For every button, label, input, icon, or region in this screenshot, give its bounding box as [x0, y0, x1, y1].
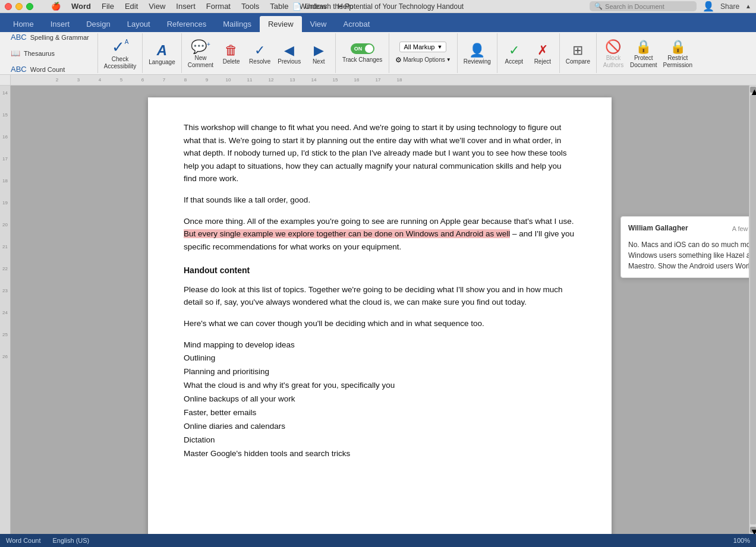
comment-time: A few seconds ago	[732, 224, 749, 235]
previous-button[interactable]: ◀ Previous	[275, 36, 303, 71]
edit-menu[interactable]: Edit	[125, 2, 138, 11]
ribbon: Home Insert Design Layout References Mai…	[0, 13, 756, 32]
table-menu[interactable]: Table	[270, 2, 288, 11]
check-accessibility-button[interactable]: ✓A CheckAccessibility	[102, 36, 138, 71]
handout-heading: Handout content	[184, 264, 576, 277]
reviewing-pane-group: 👤 Reviewing	[458, 33, 497, 73]
apple-menu[interactable]: 🍎	[51, 2, 61, 11]
review-toolbar: ABC Spelling & Grammar 📖 Thesaurus ABC W…	[0, 32, 756, 75]
markup-dropdown-arrow: ▼	[437, 44, 442, 50]
tab-mailings[interactable]: Mailings	[215, 16, 260, 32]
accept-label: Accept	[505, 58, 524, 65]
traffic-lights[interactable]	[5, 3, 33, 10]
accessibility-group: ✓A CheckAccessibility	[98, 33, 143, 73]
tab-references[interactable]: References	[159, 16, 215, 32]
track-changes-toggle[interactable]: ON	[351, 43, 374, 54]
fullscreen-button[interactable]	[26, 3, 33, 10]
compare-group: ⊞ Compare	[560, 33, 597, 73]
toggle-on-label: ON	[354, 46, 363, 52]
protect-icon: 🔒	[635, 40, 651, 53]
chevron-down-icon[interactable]: ▲	[745, 3, 751, 10]
markup-options-label: Markup Options	[403, 56, 445, 63]
scroll-thumb[interactable]	[750, 95, 756, 524]
next-button[interactable]: ▶ Next	[305, 36, 332, 71]
restrict-label: RestrictPermission	[663, 55, 692, 69]
ruler-corner	[0, 75, 11, 86]
scroll-down-arrow[interactable]: ▼	[750, 527, 756, 533]
new-comment-button[interactable]: 💬+ NewComment	[185, 36, 216, 71]
format-menu[interactable]: Format	[206, 2, 231, 11]
search-icon: 🔍	[594, 2, 603, 10]
reviewing-pane-button[interactable]: 👤 Reviewing	[461, 36, 493, 71]
markup-dropdown[interactable]: All Markup ▼	[399, 42, 446, 52]
file-menu[interactable]: File	[102, 2, 114, 11]
tab-review[interactable]: Review	[260, 16, 302, 32]
search-document-input[interactable]	[605, 3, 682, 10]
protect-document-button[interactable]: 🔒 ProtectDocument	[628, 36, 660, 71]
toggle-knob	[365, 45, 373, 53]
block-authors-label: BlockAuthors	[603, 55, 623, 69]
title-icon: 📄	[292, 2, 301, 11]
close-button[interactable]	[5, 3, 12, 10]
next-label: Next	[313, 58, 325, 65]
delete-comment-button[interactable]: 🗑 Delete	[218, 36, 244, 71]
user-icon[interactable]: 👤	[703, 1, 714, 12]
thesaurus-button[interactable]: 📖 Thesaurus	[6, 46, 59, 61]
ribbon-tabs: Home Insert Design Layout References Mai…	[0, 13, 756, 32]
list-item: Outlining	[184, 352, 576, 365]
compare-label: Compare	[566, 58, 590, 65]
markup-options-icon: ⚙	[395, 56, 402, 64]
scrollbar-right[interactable]: ▲ ▼	[749, 86, 756, 534]
list-items: Mind mapping to develop ideas Outlining …	[184, 339, 576, 461]
reject-label: Reject	[534, 58, 551, 65]
language-button[interactable]: A Language	[146, 36, 178, 71]
accept-button[interactable]: ✓ Accept	[501, 36, 527, 71]
tab-view[interactable]: View	[302, 16, 335, 32]
tools-menu[interactable]: Tools	[241, 2, 259, 11]
list-item: Online backups of all your work	[184, 393, 576, 406]
titlebar: 🍎 Word File Edit View Insert Format Tool…	[0, 0, 756, 13]
zoom-level[interactable]: 100%	[733, 537, 750, 544]
list-item: Online diaries and calendars	[184, 420, 576, 434]
share-button[interactable]: Share	[720, 2, 739, 11]
track-changes-group: ON Track Changes	[336, 33, 389, 73]
accessibility-label: CheckAccessibility	[104, 56, 136, 70]
block-authors-icon: 🚫	[605, 40, 621, 53]
accept-icon: ✓	[509, 44, 519, 57]
word-count-label: Word Count	[30, 66, 65, 73]
language-status[interactable]: English (US)	[53, 537, 90, 544]
resolve-comment-button[interactable]: ✓ Resolve	[247, 36, 273, 71]
compare-button[interactable]: ⊞ Compare	[563, 36, 593, 71]
paragraph-5: Here's what we can cover though you'll b…	[184, 317, 576, 330]
paragraph-3: Once more thing. All of the examples you…	[184, 215, 576, 254]
word-menu[interactable]: Word	[71, 2, 91, 11]
compare-icon: ⊞	[572, 44, 583, 57]
insert-menu[interactable]: Insert	[176, 2, 196, 11]
main-area: 14151617181920212223242526 This workshop…	[0, 86, 756, 534]
restrict-permissions-button[interactable]: 🔒 RestrictPermission	[661, 36, 695, 71]
thesaurus-icon: 📖	[11, 49, 20, 58]
scroll-up-arrow[interactable]: ▲	[750, 87, 756, 93]
word-count-status[interactable]: Word Count	[6, 537, 41, 544]
markup-options-button[interactable]: ⚙ Markup Options ▼	[393, 55, 453, 65]
markup-current: All Markup	[404, 43, 434, 50]
spelling-grammar-button[interactable]: ABC Spelling & Grammar	[6, 30, 94, 45]
list-item: Dictation	[184, 434, 576, 447]
markup-options-group: All Markup ▼ ⚙ Markup Options ▼	[389, 33, 458, 73]
view-menu[interactable]: View	[149, 2, 165, 11]
toggle-pill[interactable]: ON	[351, 43, 374, 54]
tab-layout[interactable]: Layout	[119, 16, 159, 32]
search-document-box[interactable]: 🔍	[590, 1, 697, 11]
tab-acrobat[interactable]: Acrobat	[335, 16, 378, 32]
comment-author: William Gallagher	[628, 223, 688, 234]
reject-button[interactable]: ✗ Reject	[530, 36, 556, 71]
delete-label: Delete	[223, 58, 240, 65]
paragraph-2: If that sounds like a tall order, good.	[184, 194, 576, 207]
language-label: Language	[149, 59, 175, 66]
block-authors-button[interactable]: 🚫 BlockAuthors	[600, 36, 626, 71]
resolve-label: Resolve	[249, 58, 270, 65]
word-count-icon: ABC	[11, 65, 27, 74]
minimize-button[interactable]	[15, 3, 23, 10]
document-scroll-area[interactable]: This workshop will change to fit what yo…	[11, 86, 749, 534]
ruler-vertical: 14151617181920212223242526	[0, 86, 11, 534]
